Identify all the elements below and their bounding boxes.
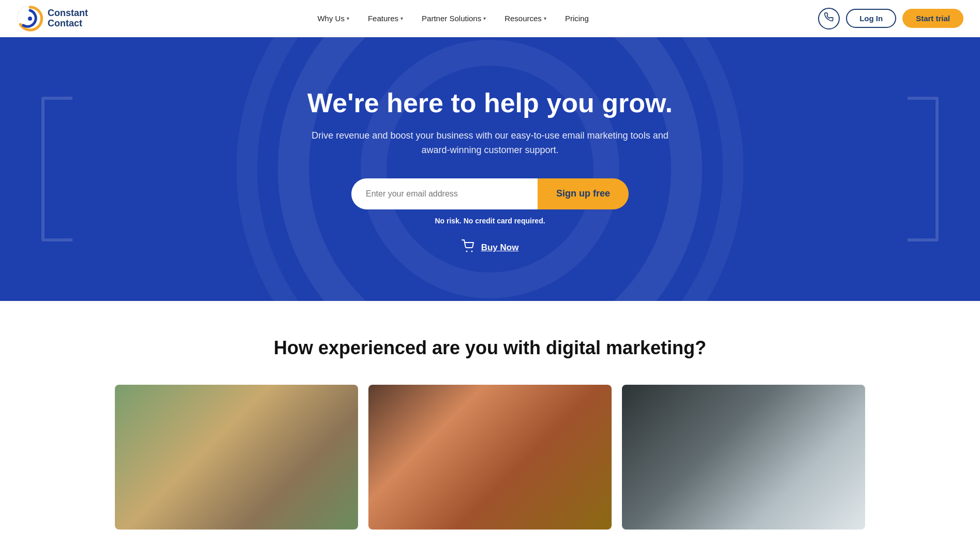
phone-icon [824, 12, 834, 24]
navbar-actions: Log In Start trial [818, 8, 963, 29]
chevron-down-icon: ▾ [544, 16, 546, 21]
navbar: Constant Contact Why Us ▾ Features ▾ Par… [0, 0, 980, 37]
card-restaurant[interactable] [368, 385, 612, 530]
card-office[interactable] [622, 385, 865, 530]
buy-now-container: Buy Now [462, 239, 519, 256]
svg-point-1 [28, 17, 32, 21]
hero-title: We're here to help you grow. [307, 87, 673, 118]
cards-container [21, 385, 959, 530]
nav-features[interactable]: Features ▾ [360, 10, 411, 27]
brand-logo[interactable]: Constant Contact [17, 5, 88, 32]
buy-now-link[interactable]: Buy Now [481, 243, 519, 253]
phone-button[interactable] [818, 8, 840, 29]
nav-pricing[interactable]: Pricing [557, 10, 597, 27]
hero-section: We're here to help you grow. Drive reven… [0, 37, 980, 301]
card-farmer[interactable] [115, 385, 358, 530]
nav-partner-solutions[interactable]: Partner Solutions ▾ [413, 10, 494, 27]
section-title: How experienced are you with digital mar… [21, 337, 959, 359]
email-input[interactable] [351, 178, 538, 209]
hero-subtitle: Drive revenue and boost your business wi… [299, 129, 681, 158]
chevron-down-icon: ▾ [400, 16, 403, 21]
experience-section: How experienced are you with digital mar… [0, 301, 980, 544]
disclaimer-text: No risk. No credit card required. [435, 217, 545, 225]
decorative-bracket-left [41, 97, 72, 241]
nav-resources[interactable]: Resources ▾ [496, 10, 555, 27]
decorative-bracket-right [908, 97, 939, 241]
chevron-down-icon: ▾ [483, 16, 486, 21]
signup-form: Sign up free [351, 178, 629, 209]
cart-icon [462, 239, 476, 256]
main-navigation: Why Us ▾ Features ▾ Partner Solutions ▾ … [309, 10, 597, 27]
login-button[interactable]: Log In [846, 9, 896, 28]
start-trial-button[interactable]: Start trial [902, 9, 963, 28]
svg-point-3 [471, 250, 472, 252]
svg-point-2 [466, 250, 467, 252]
chevron-down-icon: ▾ [347, 16, 349, 21]
decorative-circle [361, 40, 619, 298]
nav-why-us[interactable]: Why Us ▾ [309, 10, 358, 27]
brand-name: Constant Contact [48, 8, 88, 29]
signup-button[interactable]: Sign up free [538, 178, 629, 209]
